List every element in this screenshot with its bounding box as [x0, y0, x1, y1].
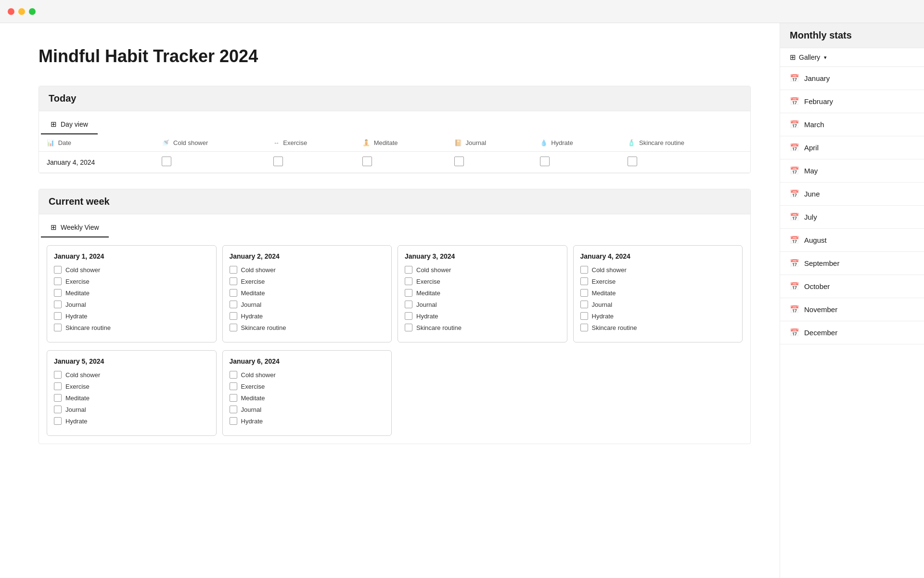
month-item-march[interactable]: 📅 March — [780, 113, 924, 136]
exercise-check-today[interactable] — [266, 152, 355, 173]
month-label-june: June — [804, 190, 820, 198]
weekly-view-icon: ⊞ — [51, 223, 57, 232]
day4-exercise-check[interactable] — [580, 277, 588, 285]
cold-shower-check-today[interactable] — [154, 152, 265, 173]
journal-icon: 📔 — [454, 139, 462, 146]
day2-title: January 2, 2024 — [230, 252, 385, 260]
day1-journal-check[interactable] — [54, 301, 62, 308]
day2-skincare-check[interactable] — [230, 324, 237, 331]
today-section: Today ⊞ Day view 📊 Date 🚿 Cold shower — [38, 86, 751, 173]
day5-cold-shower-check[interactable] — [54, 371, 62, 379]
day-card-jan2: January 2, 2024 Cold shower Exercise Med… — [222, 245, 392, 342]
day4-hydrate-check[interactable] — [580, 312, 588, 320]
day4-cold-shower-check[interactable] — [580, 266, 588, 274]
day4-skincare-check[interactable] — [580, 324, 588, 331]
close-dot[interactable] — [8, 8, 14, 15]
month-label-february: February — [804, 97, 833, 105]
day2-journal: Journal — [230, 301, 385, 308]
day3-meditate-check[interactable] — [405, 289, 412, 297]
day3-exercise-check[interactable] — [405, 277, 412, 285]
titlebar — [0, 0, 924, 23]
day4-journal: Journal — [580, 301, 736, 308]
day4-meditate-check[interactable] — [580, 289, 588, 297]
day6-cold-shower-check[interactable] — [230, 371, 237, 379]
today-table: 📊 Date 🚿 Cold shower ↔ Exercise 🧘 — [39, 134, 750, 173]
day3-hydrate-check[interactable] — [405, 312, 412, 320]
minimize-dot[interactable] — [18, 8, 25, 15]
day5-hydrate-check[interactable] — [54, 417, 62, 425]
day5-exercise-check[interactable] — [54, 382, 62, 390]
maximize-dot[interactable] — [29, 8, 36, 15]
day4-journal-check[interactable] — [580, 301, 588, 308]
month-item-december[interactable]: 📅 December — [780, 321, 924, 344]
day-view-toggle[interactable]: ⊞ Day view — [41, 115, 98, 134]
journal-check-today[interactable] — [447, 152, 532, 173]
hydrate-icon: 💧 — [540, 139, 548, 146]
day6-title: January 6, 2024 — [230, 357, 385, 365]
day3-meditate: Meditate — [405, 289, 560, 297]
day5-meditate-check[interactable] — [54, 394, 62, 402]
day2-cold-shower: Cold shower — [230, 266, 385, 274]
app-layout: Mindful Habit Tracker 2024 Today ⊞ Day v… — [0, 23, 924, 578]
day6-exercise-check[interactable] — [230, 382, 237, 390]
day5-meditate: Meditate — [54, 394, 209, 402]
month-item-may[interactable]: 📅 May — [780, 159, 924, 183]
day2-cold-shower-check[interactable] — [230, 266, 237, 274]
day1-meditate-check[interactable] — [54, 289, 62, 297]
day6-hydrate-check[interactable] — [230, 417, 237, 425]
day1-cold-shower: Cold shower — [54, 266, 209, 274]
meditate-check-today[interactable] — [355, 152, 447, 173]
day2-hydrate-check[interactable] — [230, 312, 237, 320]
gallery-chevron-icon: ▾ — [824, 54, 827, 61]
month-item-june[interactable]: 📅 June — [780, 183, 924, 206]
weekly-view-toggle[interactable]: ⊞ Weekly View — [41, 218, 109, 237]
day1-hydrate-check[interactable] — [54, 312, 62, 320]
day3-skincare-check[interactable] — [405, 324, 412, 331]
day5-journal-check[interactable] — [54, 406, 62, 413]
day1-skincare-check[interactable] — [54, 324, 62, 331]
current-week-section: Current week ⊞ Weekly View January 1, 20… — [38, 189, 751, 444]
calendar-icon-july: 📅 — [790, 212, 799, 222]
day6-meditate-check[interactable] — [230, 394, 237, 402]
day4-cold-shower: Cold shower — [580, 266, 736, 274]
month-item-july[interactable]: 📅 July — [780, 206, 924, 229]
day1-exercise-check[interactable] — [54, 277, 62, 285]
day2-meditate-check[interactable] — [230, 289, 237, 297]
month-label-october: October — [804, 282, 830, 290]
month-item-august[interactable]: 📅 August — [780, 229, 924, 252]
day6-journal: Journal — [230, 406, 385, 413]
day-view-label: Day view — [61, 120, 88, 128]
day1-cold-shower-check[interactable] — [54, 266, 62, 274]
month-label-march: March — [804, 120, 824, 129]
month-item-september[interactable]: 📅 September — [780, 252, 924, 275]
month-item-april[interactable]: 📅 April — [780, 136, 924, 159]
calendar-icon-september: 📅 — [790, 259, 799, 268]
month-item-january[interactable]: 📅 January — [780, 67, 924, 90]
col-journal: 📔 Journal — [447, 134, 532, 152]
month-label-august: August — [804, 236, 827, 244]
day6-journal-check[interactable] — [230, 406, 237, 413]
gallery-toggle[interactable]: ⊞ Gallery ▾ — [780, 48, 924, 67]
day3-hydrate: Hydrate — [405, 312, 560, 320]
today-header: Today — [39, 86, 750, 111]
day2-exercise-check[interactable] — [230, 277, 237, 285]
day3-cold-shower-check[interactable] — [405, 266, 412, 274]
day2-journal-check[interactable] — [230, 301, 237, 308]
calendar-icon-april: 📅 — [790, 143, 799, 152]
day3-journal-check[interactable] — [405, 301, 412, 308]
month-item-february[interactable]: 📅 February — [780, 90, 924, 113]
calendar-icon-february: 📅 — [790, 97, 799, 106]
today-row: January 4, 2024 — [39, 152, 750, 173]
day6-hydrate: Hydrate — [230, 417, 385, 425]
day1-journal: Journal — [54, 301, 209, 308]
day2-meditate: Meditate — [230, 289, 385, 297]
hydrate-check-today[interactable] — [532, 152, 620, 173]
month-item-october[interactable]: 📅 October — [780, 275, 924, 298]
month-item-november[interactable]: 📅 November — [780, 298, 924, 321]
day4-skincare: Skincare routine — [580, 324, 736, 331]
month-label-december: December — [804, 328, 837, 337]
calendar-icon-august: 📅 — [790, 236, 799, 245]
month-label-july: July — [804, 213, 817, 221]
day3-exercise: Exercise — [405, 277, 560, 285]
skincare-check-today[interactable] — [620, 152, 750, 173]
